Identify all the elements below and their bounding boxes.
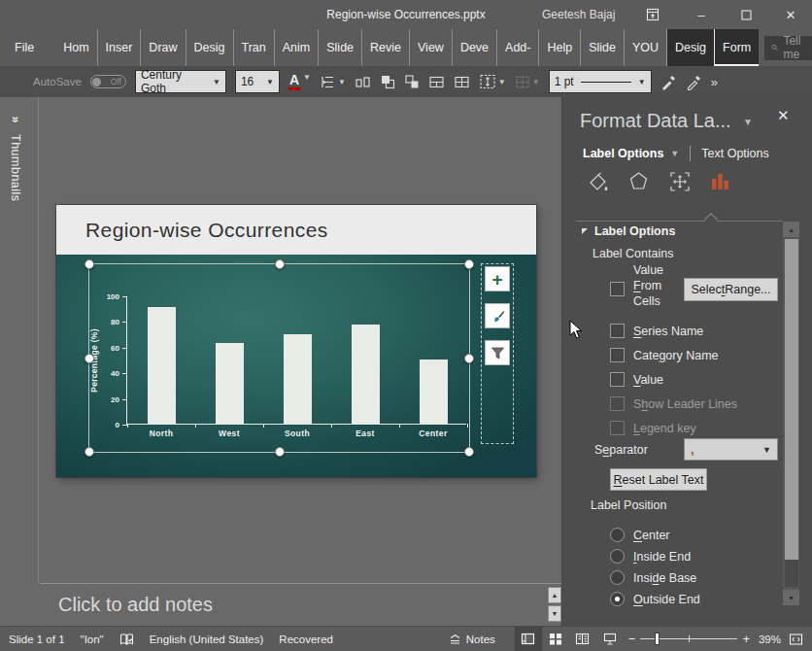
radio-inside-base[interactable] (610, 570, 625, 585)
ribbon-display-options-icon[interactable] (633, 0, 672, 29)
ribbon-tab-tran[interactable]: Tran (233, 29, 274, 66)
ribbon-tab-help[interactable]: Help (538, 29, 580, 66)
thumbnails-strip[interactable]: » Thumbnails (0, 97, 39, 583)
section-label-options[interactable]: Label Options (582, 224, 675, 238)
minimize-button[interactable]: – (682, 0, 721, 29)
selection-handle[interactable] (464, 259, 474, 269)
chart-styles-button[interactable] (485, 303, 510, 328)
effects-icon[interactable] (626, 169, 651, 193)
ribbon-tab-form[interactable]: Form (714, 29, 759, 66)
ribbon-tab-file[interactable]: File (0, 29, 49, 66)
theme-name[interactable]: "Ion" (81, 634, 104, 645)
text-direction-button[interactable]: ▼ (320, 74, 346, 90)
selection-handle[interactable] (464, 447, 474, 457)
zoom-slider[interactable] (640, 627, 737, 651)
ribbon-tab-add[interactable]: Add- (496, 29, 538, 66)
pane-menu-chevron-icon[interactable]: ▼ (743, 117, 753, 127)
font-name-select[interactable]: Century Goth▼ (135, 70, 226, 93)
notes-toggle[interactable]: Notes (449, 634, 495, 645)
ribbon-tab-draw[interactable]: Draw (140, 29, 185, 66)
language-indicator[interactable]: English (United States) (150, 634, 264, 645)
checkbox-category-name[interactable] (610, 348, 625, 362)
rotate-object-button[interactable] (355, 75, 371, 89)
ribbon-tab-deve[interactable]: Deve (452, 29, 496, 66)
spellcheck-icon[interactable] (119, 633, 134, 646)
fit-slide-to-window-button[interactable] (789, 633, 803, 646)
zoom-out-button[interactable]: − (624, 632, 641, 646)
zoom-slider-thumb[interactable] (655, 633, 660, 645)
checkbox-series-name[interactable] (610, 324, 625, 338)
ribbon-tab-desig[interactable]: Desig (186, 29, 233, 66)
slide-canvas[interactable]: Region-wise Occurrences Percentage (%) 0… (56, 205, 536, 477)
zoom-percentage[interactable]: 39% (759, 634, 781, 645)
label-options-icon[interactable] (708, 169, 732, 193)
scrollbar-thumb[interactable] (785, 239, 798, 560)
close-button[interactable]: ✕ (771, 0, 810, 29)
scrollbar-down-button[interactable]: ▼ (783, 590, 799, 605)
ribbon-tab-slide[interactable]: Slide (318, 29, 361, 66)
selection-handle[interactable] (85, 447, 94, 457)
select-range-button[interactable]: Select Range... (684, 278, 778, 301)
pane-close-icon[interactable]: ✕ (777, 107, 790, 124)
selection-handle[interactable] (275, 447, 285, 457)
ribbon-tab-slide-2[interactable]: Slide (580, 29, 624, 66)
ribbon-tab-hom[interactable]: Hom (55, 29, 96, 66)
font-color-button[interactable]: A▼ (288, 73, 311, 90)
autosave-toggle[interactable]: Off (90, 75, 126, 88)
reset-label-text-button[interactable]: Reset Label Text (610, 468, 707, 491)
gridlines-button[interactable]: ▼ (515, 75, 540, 89)
selection-handle[interactable] (464, 354, 474, 363)
chart-elements-button[interactable]: + (485, 266, 510, 291)
normal-view-button[interactable] (515, 627, 542, 651)
fill-line-icon[interactable] (586, 169, 610, 193)
font-size-select[interactable]: 16▼ (235, 70, 280, 93)
slideshow-view-button[interactable] (596, 627, 624, 651)
selection-handle[interactable] (85, 354, 94, 363)
radio-center[interactable] (610, 528, 625, 542)
maximize-button[interactable] (727, 0, 765, 29)
selection-handle[interactable] (275, 259, 285, 269)
notes-area[interactable]: Click to add notes ▲ ▼ (40, 583, 561, 626)
slide-chart-area[interactable]: Percentage (%) 020406080100NorthWestSout… (56, 255, 536, 477)
scroll-up-button[interactable]: ▲ (548, 587, 561, 603)
pane-section-divider (576, 221, 782, 222)
slide-title-placeholder[interactable]: Region-wise Occurrences (56, 205, 536, 255)
option-row-legend-key: Legend key (610, 421, 696, 435)
ribbon-tab-inser[interactable]: Inser (97, 29, 141, 66)
scroll-down-button[interactable]: ▼ (548, 605, 561, 622)
selection-handle[interactable] (85, 259, 94, 269)
bring-forward-button[interactable] (380, 74, 395, 89)
outline-weight-select[interactable]: 1 pt▼ (549, 70, 652, 93)
zoom-in-button[interactable]: + (737, 632, 755, 646)
ribbon-tab-desig-2[interactable]: Desig (666, 29, 714, 66)
radio-inside-end[interactable] (610, 549, 625, 564)
ribbon-tab-anim[interactable]: Anim (274, 29, 318, 66)
checkbox-value[interactable] (610, 372, 625, 387)
chart-filters-button[interactable] (485, 340, 510, 365)
eyedropper-fill-button[interactable] (660, 74, 677, 90)
radio-outside-end[interactable] (610, 592, 625, 606)
slide-counter[interactable]: Slide 1 of 1 (9, 634, 65, 645)
slide-sorter-view-button[interactable] (542, 627, 569, 651)
ribbon-tab-you[interactable]: YOU (624, 29, 666, 66)
ribbon-tab-view[interactable]: View (409, 29, 452, 66)
reading-view-button[interactable] (569, 627, 596, 651)
split-cells-button[interactable] (454, 75, 470, 89)
send-backward-button[interactable] (404, 74, 420, 89)
checkbox-value-from-cells[interactable] (610, 282, 625, 296)
merge-cells-button[interactable] (428, 75, 445, 89)
radio-row-inside-base: Inside Base (610, 570, 696, 585)
ribbon-tab-revie[interactable]: Revie (361, 29, 409, 66)
recovered-status[interactable]: Recovered (279, 634, 333, 645)
tab-text-options[interactable]: Text Options (701, 147, 768, 160)
size-properties-icon[interactable] (667, 169, 692, 193)
pane-title: Format Data La... (580, 110, 731, 132)
tell-me-box[interactable]: Tell me (764, 36, 812, 60)
pane-scrollbar[interactable]: ▲ ▼ (783, 222, 799, 605)
tab-label-options[interactable]: Label Options (583, 147, 663, 160)
separator-select[interactable]: , ▼ (684, 438, 778, 461)
line-spacing-button[interactable]: ▼ (479, 74, 506, 89)
more-commands-button[interactable]: » (711, 75, 716, 89)
eyedropper-outline-button[interactable] (686, 74, 702, 90)
scrollbar-up-button[interactable]: ▲ (783, 222, 799, 237)
